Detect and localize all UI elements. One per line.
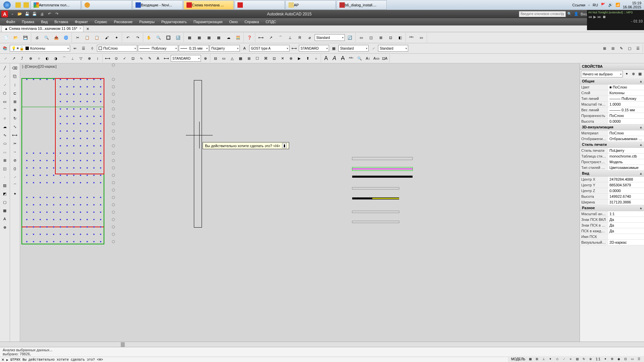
menu-help[interactable]: Справка (241, 19, 262, 25)
spds-18-icon[interactable]: ✎ (146, 54, 154, 62)
tray-icon[interactable]: 📶 (615, 3, 620, 7)
property-value[interactable]: 1:1 (608, 211, 644, 217)
drawing-canvas[interactable]: [–][Сверху][2D-каркас] (20, 63, 580, 342)
plot-preview-icon[interactable]: 🔍 (42, 33, 51, 42)
spds-24-icon[interactable]: △ (228, 54, 236, 62)
media-player-widget[interactable]: #4 Not Tonight (extended) :: MP3 ⏮ ▶ ⏭ ⏹… (587, 10, 644, 30)
blockeditor-icon[interactable]: ✦ (112, 33, 121, 42)
status-grid-icon[interactable]: ▦ (527, 356, 533, 362)
selection-dropdown[interactable]: Ничего не выбрано (581, 71, 623, 77)
text-justify-icon[interactable]: ⊡A (381, 54, 389, 62)
props-cat-viz3d[interactable]: 3D-визуализация▴ (580, 124, 644, 130)
status-annovis-icon[interactable]: ✦ (602, 356, 608, 362)
property-row[interactable]: Имя ПСК (580, 234, 644, 240)
group-mgr-icon[interactable]: ☰ (634, 44, 642, 52)
layer-iso-icon[interactable]: ◊ (88, 44, 96, 52)
spds-16-icon[interactable]: ⊡ (129, 54, 137, 62)
save-file-icon[interactable]: 💾 (21, 33, 30, 42)
property-value[interactable]: 885304.5879 (608, 182, 644, 188)
spds-22-icon[interactable]: ⊟ (211, 54, 219, 62)
menu-modify[interactable]: Редактировать (158, 19, 190, 25)
spds-9-icon[interactable]: ⟂ (68, 54, 76, 62)
spds-12-icon[interactable]: ↕ (94, 54, 102, 62)
property-row[interactable]: Центр X2478284.4088 (580, 177, 644, 182)
menu-view[interactable]: Вид (38, 19, 51, 25)
open-file-icon[interactable]: 📂 (11, 33, 20, 42)
tray-clock[interactable]: 15:19 16.06.2015 (623, 1, 641, 9)
status-hw-icon[interactable]: ◉ (616, 356, 622, 362)
rectangle-icon[interactable]: ▭ (1, 98, 9, 106)
property-row[interactable]: Ширина317120.3886 (580, 199, 644, 205)
tablestyle-icon[interactable]: ▦ (330, 44, 338, 52)
spds-1-icon[interactable]: ⟋ (1, 54, 9, 62)
status-clean-icon[interactable]: ▭ (629, 356, 635, 362)
break-icon[interactable]: ⊘ (11, 156, 19, 164)
status-polar-icon[interactable]: ✦ (547, 356, 553, 362)
status-ortho-icon[interactable]: ⊥ (541, 356, 547, 362)
sheetset-icon[interactable]: ▦ (214, 33, 223, 42)
layer-states-icon[interactable]: ☰ (79, 44, 88, 52)
taskbar-app-folder[interactable]: AP (285, 0, 336, 10)
taskbar-app-autocad-2[interactable] (234, 0, 285, 10)
polygon-icon[interactable]: ⬠ (1, 89, 9, 97)
copy-icon[interactable]: 📋 (83, 33, 92, 42)
property-row[interactable]: ПСК в каждом...Да (580, 228, 644, 234)
menu-file[interactable]: Файл (3, 19, 18, 25)
status-ws-icon[interactable]: ⚙ (609, 356, 615, 362)
layer-prev-icon[interactable]: ⇐ (71, 44, 79, 52)
taskbar-app-autocad-1[interactable]: Схема генплана ... (183, 0, 234, 10)
new-file-icon[interactable]: 📄 (1, 33, 11, 42)
mtext-icon[interactable]: A (1, 215, 9, 223)
spds-10-icon[interactable]: ▽ (77, 54, 85, 62)
taskbar-app-outlook[interactable]: Входящие - Novi... (132, 0, 183, 10)
trim-icon[interactable]: ✂ (11, 139, 19, 147)
menu-tools[interactable]: Сервис (91, 19, 111, 25)
layer-manager-icon[interactable]: 📚 (1, 44, 9, 52)
properties-icon[interactable]: ▦ (185, 33, 194, 42)
qat-save-icon[interactable]: 💾 (24, 11, 30, 17)
property-row[interactable]: Отображение...Отбрасываемая и... (580, 136, 644, 142)
dim-update-icon[interactable]: 🔄 (345, 33, 355, 42)
help-search-input[interactable] (519, 11, 566, 17)
gradient-icon[interactable]: ◩ (1, 190, 9, 198)
property-value[interactable]: 0.0000 (608, 119, 644, 124)
circle-icon[interactable]: ○ (1, 114, 9, 122)
spds-25-icon[interactable]: ▦ (236, 54, 245, 62)
property-value[interactable]: Да (608, 217, 644, 222)
scale-icon[interactable]: ⤡ (11, 123, 19, 131)
property-value[interactable]: Модель (608, 159, 644, 165)
zoom-realtime-icon[interactable]: 🔍 (154, 33, 163, 42)
status-annoscale[interactable]: 1:1 (594, 357, 602, 361)
viewport-3-icon[interactable]: ⊞ (376, 33, 385, 42)
arc-icon[interactable]: ⌒ (1, 106, 9, 114)
copy2-icon[interactable]: ⿻ (11, 72, 19, 80)
tablestyle-dropdown[interactable]: Standard (338, 45, 369, 52)
spell-icon[interactable]: ᴬᴮᶜ (347, 54, 355, 62)
pan-icon[interactable]: ✋ (144, 33, 154, 42)
menu-window[interactable]: Окно (226, 19, 241, 25)
new-tab-button[interactable]: ✕ (84, 26, 91, 32)
spds-26-icon[interactable]: ⊞ (245, 54, 253, 62)
media-prev-icon[interactable]: ⏮ (588, 15, 592, 19)
quickcalc-icon[interactable]: 🧮 (233, 33, 243, 42)
spline-icon[interactable]: ∿ (1, 131, 9, 139)
spds-4-icon[interactable]: ⊕ (26, 54, 35, 62)
property-value[interactable]: Цветозависимые (608, 165, 644, 170)
plotstyle-dropdown[interactable]: ПоЦвету (210, 45, 240, 52)
matchprop-icon[interactable]: 🖌 (102, 33, 111, 42)
spds-32-icon[interactable]: ▶ (295, 54, 303, 62)
viewport-clip-icon[interactable]: ◧ (395, 33, 405, 42)
pline-icon[interactable]: ⟋ (1, 81, 9, 89)
property-value[interactable]: 0.0000 (608, 188, 644, 193)
property-row[interactable]: Центр Z0.0000 (580, 188, 644, 194)
spds-29-icon[interactable]: ⊡ (270, 54, 278, 62)
menu-draw[interactable]: Рисование (111, 19, 136, 25)
dim-arc-icon[interactable]: ⌒ (276, 33, 285, 42)
menu-edit[interactable]: Правка (18, 19, 38, 25)
media-next-icon[interactable]: ⏭ (597, 15, 601, 19)
property-row[interactable]: Высота149922.6740 (580, 194, 644, 199)
property-value[interactable]: ПоСлою (608, 113, 644, 118)
tray-volume-icon[interactable]: 🔊 (608, 3, 613, 7)
textstyle-icon[interactable]: A (240, 44, 249, 52)
status-iso-icon[interactable]: ⊡ (623, 356, 629, 362)
